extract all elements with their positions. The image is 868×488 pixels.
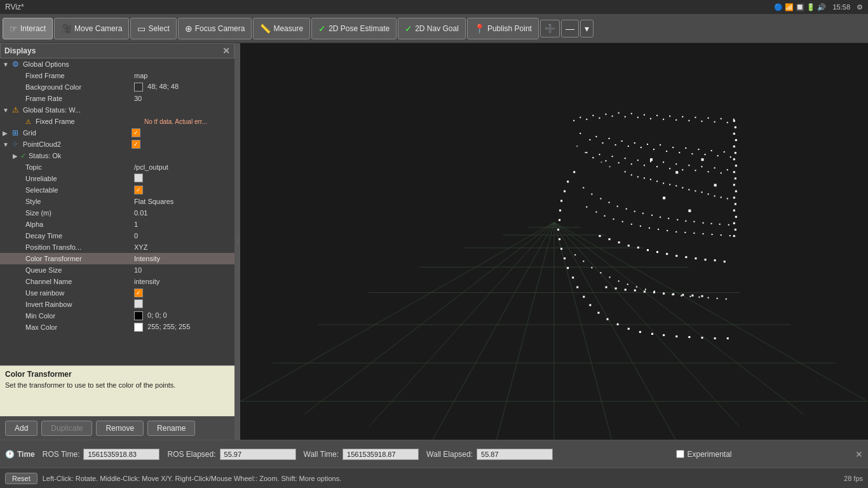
svg-rect-125 xyxy=(708,194,709,195)
position-transform-row[interactable]: Position Transfo... XYZ xyxy=(0,241,234,253)
nav-goal-button[interactable]: ✓ 2D Nav Goal xyxy=(398,18,466,39)
frame-rate-value[interactable]: 30 xyxy=(134,95,232,102)
svg-rect-49 xyxy=(735,139,737,141)
rename-button[interactable]: Rename xyxy=(147,421,195,436)
svg-rect-109 xyxy=(714,167,715,168)
publish-point-button[interactable]: 📍 Publish Point xyxy=(467,18,539,39)
info-panel: Color Transformer Set the transformer to… xyxy=(0,365,234,416)
focus-camera-button[interactable]: ⊕ Focus Camera xyxy=(178,18,252,39)
use-rainbow-checkbox[interactable]: ✓ xyxy=(134,288,143,297)
unreliable-checkbox[interactable] xyxy=(134,173,143,182)
svg-rect-224 xyxy=(645,288,646,290)
more-toolbar-button[interactable]: ▾ xyxy=(580,20,593,37)
background-color-label: Background Color xyxy=(23,83,134,91)
global-status-row[interactable]: ▼ ⚠ Global Status: W... xyxy=(0,104,234,116)
settings-icon[interactable]: ⚙ xyxy=(857,3,863,11)
svg-rect-244 xyxy=(609,166,611,167)
duplicate-button[interactable]: Duplicate xyxy=(41,421,92,436)
svg-rect-178 xyxy=(701,337,703,339)
clock: 15:58 xyxy=(832,3,850,11)
use-rainbow-row[interactable]: Use rainbow ✓ xyxy=(0,287,234,299)
svg-rect-196 xyxy=(711,223,712,224)
topic-row[interactable]: Topic /pcl_output xyxy=(0,161,234,173)
grid-checkbox[interactable]: ✓ xyxy=(132,128,140,137)
style-row[interactable]: Style Flat Squares xyxy=(0,196,234,207)
interact-button[interactable]: ☞ Interact xyxy=(3,18,53,39)
frame-rate-row[interactable]: Frame Rate 30 xyxy=(0,93,234,104)
color-transformer-value[interactable]: Intensity xyxy=(134,255,232,262)
size-row[interactable]: Size (m) 0.01 xyxy=(0,207,234,219)
background-color-swatch[interactable] xyxy=(134,83,143,92)
alpha-value[interactable]: 1 xyxy=(134,220,232,228)
decay-time-label: Decay Time xyxy=(23,232,134,240)
pointcloud2-arrow[interactable]: ▼ xyxy=(3,141,10,148)
reset-button[interactable]: Reset xyxy=(5,473,37,484)
global-options-row[interactable]: ▼ ⚙ Global Options xyxy=(0,58,234,70)
status-arrow[interactable]: ▶ xyxy=(13,152,20,159)
titlebar-right: 🔵 📶 🔲 🔋 🔊 15:58 ⚙ xyxy=(774,3,863,11)
move-camera-button[interactable]: 🎥 Move Camera xyxy=(54,18,129,39)
svg-rect-242 xyxy=(592,157,593,158)
remove-button[interactable]: Remove xyxy=(96,421,144,436)
unreliable-row[interactable]: Unreliable xyxy=(0,173,234,184)
measure-button[interactable]: 📏 Measure xyxy=(253,18,310,39)
add-toolbar-button[interactable]: ➕ xyxy=(540,20,560,37)
invert-rainbow-checkbox[interactable] xyxy=(134,299,143,308)
max-color-swatch[interactable] xyxy=(134,323,143,332)
selectable-row[interactable]: Selectable ✓ xyxy=(0,184,234,196)
pointcloud2-row[interactable]: ▼ ⁘ PointCloud2 ✓ xyxy=(0,139,234,150)
decay-time-row[interactable]: Decay Time 0 xyxy=(0,230,234,241)
svg-rect-68 xyxy=(602,142,603,144)
select-button[interactable]: ▭ Select xyxy=(130,18,176,39)
queue-size-value[interactable]: 10 xyxy=(134,266,232,274)
color-transformer-row[interactable]: Color Transformer Intensity xyxy=(0,253,234,264)
time-panel-close[interactable]: ✕ xyxy=(855,449,863,459)
svg-rect-28 xyxy=(625,116,626,118)
channel-name-value[interactable]: intensity xyxy=(134,278,232,285)
time-panel-header[interactable]: 🕐 Time xyxy=(5,450,35,459)
background-color-row[interactable]: Background Color 48; 48; 48 xyxy=(0,81,234,93)
selectable-checkbox[interactable]: ✓ xyxy=(134,186,143,194)
invert-rainbow-row[interactable]: Invert Rainbow xyxy=(0,299,234,310)
svg-rect-173 xyxy=(639,331,641,333)
topic-value[interactable]: /pcl_output xyxy=(134,163,232,171)
channel-name-label: Channel Name xyxy=(23,278,134,285)
global-options-arrow[interactable]: ▼ xyxy=(3,61,10,68)
pointcloud2-checkbox[interactable]: ✓ xyxy=(132,140,140,149)
displays-close-button[interactable]: ✕ xyxy=(222,46,230,56)
channel-name-row[interactable]: Channel Name intensity xyxy=(0,276,234,287)
displays-title: Displays xyxy=(4,46,36,55)
style-value[interactable]: Flat Squares xyxy=(134,198,232,205)
min-color-swatch[interactable] xyxy=(134,311,143,320)
interact-icon: ☞ xyxy=(10,24,18,34)
svg-rect-162 xyxy=(560,248,562,250)
resize-handle[interactable]: ⋮ xyxy=(235,43,240,440)
global-status-fixed-frame-row[interactable]: ⚠ Fixed Frame No tf data. Actual err... xyxy=(0,116,234,127)
svg-rect-103 xyxy=(675,163,677,165)
svg-rect-32 xyxy=(650,118,651,119)
3d-viewport[interactable] xyxy=(240,43,868,440)
size-value[interactable]: 0.01 xyxy=(134,209,232,217)
queue-size-row[interactable]: Queue Size 10 xyxy=(0,264,234,276)
svg-rect-175 xyxy=(663,334,665,336)
pose-estimate-button[interactable]: ✓ 2D Pose Estimate xyxy=(311,18,397,39)
wall-elapsed-field: Wall Elapsed: 55.87 xyxy=(426,449,553,460)
minus-toolbar-button[interactable]: — xyxy=(561,20,579,37)
svg-rect-126 xyxy=(714,196,715,197)
alpha-row[interactable]: Alpha 1 xyxy=(0,219,234,230)
warn-icon: ⚠ xyxy=(23,118,33,125)
decay-time-value[interactable]: 0 xyxy=(134,232,232,240)
svg-rect-133 xyxy=(637,247,639,248)
add-button[interactable]: Add xyxy=(5,421,37,436)
global-status-arrow[interactable]: ▼ xyxy=(3,107,10,114)
grid-row[interactable]: ▶ ⊞ Grid ✓ xyxy=(0,127,234,139)
max-color-row[interactable]: Max Color 255; 255; 255 xyxy=(0,322,234,333)
experimental-checkbox[interactable] xyxy=(676,450,684,458)
fixed-frame-row[interactable]: Fixed Frame map xyxy=(0,70,234,81)
svg-rect-216 xyxy=(574,254,576,255)
fixed-frame-value[interactable]: map xyxy=(134,72,232,79)
position-transform-value[interactable]: XYZ xyxy=(134,243,232,251)
min-color-row[interactable]: Min Color 0; 0; 0 xyxy=(0,310,234,322)
grid-arrow[interactable]: ▶ xyxy=(3,130,10,137)
pointcloud2-status-row[interactable]: ▶ ✓ Status: Ok xyxy=(0,150,234,161)
